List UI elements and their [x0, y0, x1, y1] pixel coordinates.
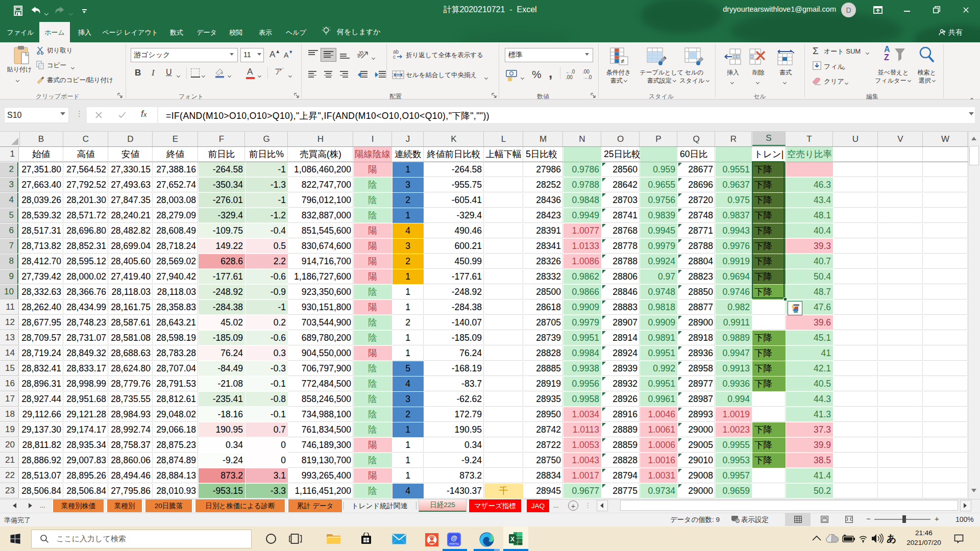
svg-text:ab: ab [357, 48, 365, 59]
svg-text:c: c [393, 54, 396, 60]
svg-text:menu: menu [449, 541, 459, 546]
svg-text:X: X [510, 536, 514, 543]
svg-text:≠: ≠ [621, 57, 624, 65]
svg-text:@: @ [451, 534, 457, 542]
